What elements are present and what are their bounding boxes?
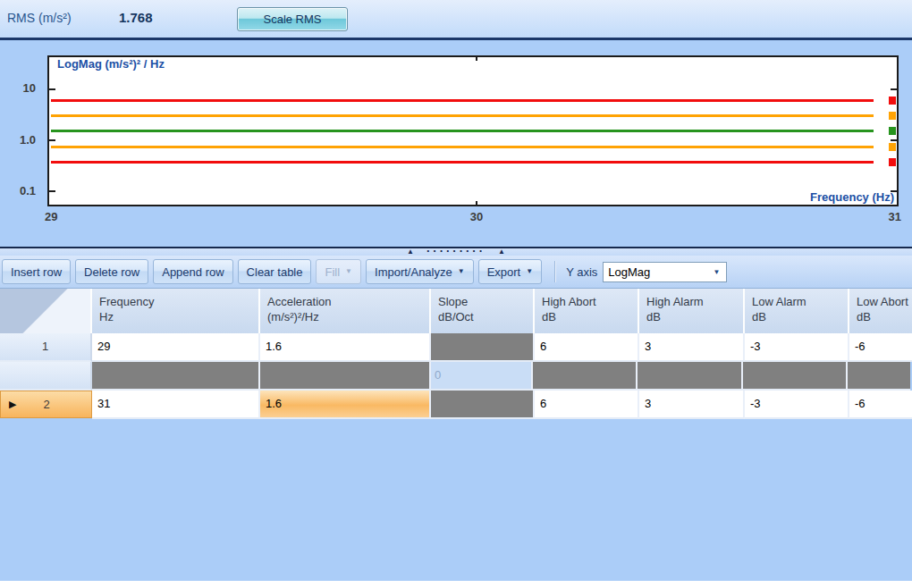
column-header-low-abort: Low AbortdB — [849, 289, 912, 333]
toolbar-button-delete-row[interactable]: Delete row — [75, 259, 148, 284]
cell-slope-row2[interactable]: 0 — [431, 362, 533, 391]
rms-value: 1.768 — [119, 10, 153, 25]
window-background — [0, 581, 912, 588]
cell-high-alarm-row3[interactable]: 3 — [639, 391, 745, 419]
cell-slope-row1 — [431, 333, 535, 362]
collapse-up-icon[interactable]: ▲ — [407, 248, 414, 256]
column-unit: dB — [752, 309, 848, 324]
table-row: 0 — [0, 362, 912, 391]
button-label: Append row — [162, 265, 224, 279]
rms-bar: RMS (m/s²) 1.768 Scale RMS — [0, 0, 912, 38]
column-label: Low Abort — [857, 294, 912, 309]
high-abort-line-marker — [889, 97, 896, 105]
low-abort-line-marker — [889, 158, 896, 166]
axis-tick — [476, 201, 477, 206]
toolbar-button-fill[interactable]: Fill▼ — [316, 259, 361, 284]
axis-tick — [49, 139, 55, 141]
scale-rms-button[interactable]: Scale RMS — [237, 7, 348, 31]
chevron-down-icon: ▼ — [713, 268, 726, 276]
toolbar-separator — [554, 261, 555, 282]
cell-frequency-row1[interactable]: 29 — [92, 333, 260, 362]
column-header-slope: SlopedB/Oct — [431, 289, 535, 333]
column-label: Slope — [438, 294, 533, 309]
column-label: Acceleration — [267, 294, 429, 309]
cell-high-abort-row2 — [533, 362, 638, 391]
toolbar-button-clear-table[interactable]: Clear table — [238, 259, 312, 284]
table-header-row: FrequencyHzAcceleration(m/s²)²/HzSlopedB… — [0, 289, 912, 333]
toolbar-button-insert-row[interactable]: Insert row — [2, 259, 71, 284]
vibration-profile-editor: RMS (m/s²) 1.768 Scale RMS LogMag (m/s²)… — [0, 0, 912, 588]
cell-low-alarm-row1[interactable]: -3 — [745, 333, 849, 362]
cell-high-abort-row3[interactable]: 6 — [535, 391, 639, 419]
column-unit: dB — [646, 309, 743, 324]
button-label: Import/Analyze — [375, 265, 452, 279]
row-header[interactable] — [0, 362, 92, 391]
splitter-bar[interactable]: ▲ ········· ▲ — [0, 247, 912, 256]
cell-low-alarm-row2 — [743, 362, 848, 391]
table-row: 1291.663-3-6 — [0, 333, 912, 362]
toolbar-button-import-analyze[interactable]: Import/Analyze▼ — [366, 259, 474, 284]
high-abort-line — [51, 99, 874, 102]
column-header-low-alarm: Low AlarmdB — [745, 289, 849, 333]
table-body: 1291.663-3-60▶2311.663-3-6 — [0, 333, 912, 419]
low-abort-line — [51, 161, 874, 164]
axis-tick — [49, 88, 55, 90]
column-unit: dB/Oct — [438, 309, 533, 324]
low-alarm-line-marker — [889, 143, 896, 151]
table-corner-cell[interactable] — [0, 289, 92, 333]
chart-x-axis-title: Frequency (Hz) — [810, 190, 894, 204]
dropdown-arrow-icon: ▼ — [345, 268, 352, 275]
x-tick-label: 30 — [459, 210, 494, 223]
low-alarm-line — [51, 146, 874, 148]
toolbar-button-export[interactable]: Export▼ — [478, 259, 543, 284]
axis-tick — [891, 88, 897, 90]
dropdown-arrow-icon: ▼ — [458, 268, 465, 275]
row-number: 2 — [16, 398, 77, 411]
column-header-frequency: FrequencyHz — [92, 289, 260, 333]
cell-high-abort-row1[interactable]: 6 — [535, 333, 639, 362]
column-unit: Hz — [99, 309, 258, 324]
chart-y-axis-title: LogMag (m/s²)² / Hz — [57, 57, 165, 71]
column-label: High Abort — [542, 294, 638, 309]
column-header-acceleration: Acceleration(m/s²)²/Hz — [260, 289, 431, 333]
cell-frequency-row3[interactable]: 31 — [92, 391, 260, 419]
cell-acceleration-row3[interactable]: 1.6 — [260, 391, 431, 419]
x-tick-label: 29 — [45, 210, 57, 223]
column-header-high-abort: High AbortdB — [535, 289, 639, 333]
table-row: ▶2311.663-3-6 — [0, 391, 912, 419]
high-alarm-line — [51, 114, 874, 117]
column-unit: dB — [542, 309, 638, 324]
cell-slope-row3 — [431, 391, 535, 419]
cell-high-alarm-row1[interactable]: 3 — [639, 333, 745, 362]
current-row-icon: ▶ — [9, 399, 16, 410]
button-label: Fill — [325, 265, 340, 279]
row-header[interactable]: 1 — [0, 333, 92, 362]
toolbar-button-append-row[interactable]: Append row — [153, 259, 232, 284]
axis-tick — [476, 55, 477, 61]
cell-frequency-row2 — [92, 362, 260, 391]
y-tick-label: 1.0 — [7, 133, 36, 147]
column-label: High Alarm — [646, 294, 743, 309]
splitter-grip-icon[interactable]: ········· — [426, 248, 486, 254]
column-label: Low Alarm — [752, 294, 848, 309]
y-axis-select[interactable]: LogMag ▼ — [603, 262, 727, 282]
y-tick-label: 10 — [7, 81, 36, 95]
toolbar-buttons: Insert rowDelete rowAppend rowClear tabl… — [2, 259, 542, 284]
cell-low-alarm-row3[interactable]: -3 — [745, 391, 849, 419]
axis-tick — [49, 190, 55, 192]
y-axis-selected-value: LogMag — [604, 265, 713, 279]
collapse-up-icon[interactable]: ▲ — [498, 248, 505, 256]
row-header[interactable]: ▶2 — [0, 391, 92, 418]
cell-acceleration-row1[interactable]: 1.6 — [260, 333, 431, 362]
cell-low-abort-row1[interactable]: -6 — [849, 333, 912, 362]
column-unit: (m/s²)²/Hz — [267, 309, 429, 324]
axis-tick — [891, 139, 897, 141]
column-header-high-alarm: High AlarmdB — [639, 289, 745, 333]
y-tick-label: 0.1 — [7, 184, 36, 197]
cell-high-alarm-row2 — [638, 362, 743, 391]
cell-low-abort-row3[interactable]: -6 — [849, 391, 912, 419]
high-alarm-line-marker — [889, 112, 896, 120]
cell-acceleration-row2 — [260, 362, 431, 391]
breakpoint-table: FrequencyHzAcceleration(m/s²)²/HzSlopedB… — [0, 288, 912, 419]
table-toolbar: Insert rowDelete rowAppend rowClear tabl… — [0, 256, 912, 288]
